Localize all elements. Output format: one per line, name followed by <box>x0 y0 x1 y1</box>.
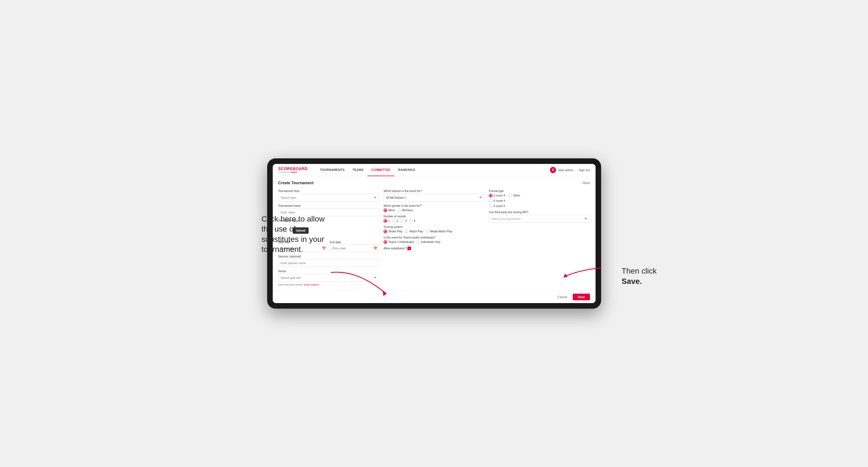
format-6count5-option[interactable]: 6 count 5 <box>489 204 505 208</box>
substitutes-checkbox-item[interactable]: Allow substitutes? ✓ <box>383 247 485 250</box>
format-other-radio[interactable] <box>508 194 512 197</box>
format-6count5-radio[interactable] <box>489 204 493 208</box>
rounds-3-radio[interactable] <box>400 219 404 223</box>
scoring-medal-option[interactable]: Medal Match Play <box>426 229 452 233</box>
host-label: Tournament Host <box>278 189 379 193</box>
scoring-stroke-radio[interactable] <box>383 229 387 233</box>
format-row-2: 6 count 4 <box>489 199 590 203</box>
division-group: Which division is the event for? NCAA Di… <box>383 189 485 201</box>
scoring-match-option[interactable]: Match Play <box>405 229 423 233</box>
rounds-label: Number of rounds <box>383 215 485 218</box>
host-input[interactable] <box>278 194 379 201</box>
substitutes-checkbox[interactable]: ✓ <box>407 247 411 250</box>
form-footer: Cancel Save <box>273 290 595 303</box>
nav-item-rankings[interactable]: RANKINGS <box>394 164 419 176</box>
individuals-label: Individuals Only <box>421 241 440 244</box>
rounds-4-option[interactable]: 4 <box>409 219 415 223</box>
substitutes-label: Allow substitutes? <box>383 247 406 250</box>
teams-option[interactable]: Teams (+Individuals) <box>383 240 414 244</box>
gender-womens-option[interactable]: Womens <box>397 209 413 212</box>
division-label: Which division is the event for? <box>383 189 485 193</box>
scoring-label: Scoring system <box>383 225 485 228</box>
sign-out-link[interactable]: Sign out <box>579 168 590 172</box>
arrow-right <box>559 264 604 282</box>
end-date-label: End date <box>330 241 341 244</box>
rounds-2-option[interactable]: 2 <box>392 219 399 223</box>
scoring-medal-radio[interactable] <box>426 229 429 233</box>
format-row-3: 6 count 5 <box>489 204 590 208</box>
scoring-group: Scoring system Stroke Play Match Play <box>383 225 485 233</box>
format-other-label: Other <box>513 194 520 197</box>
page-header: Create Tournament ‹ Back <box>278 181 590 185</box>
chevron-left-icon: ‹ <box>581 181 582 185</box>
nav-item-tournaments[interactable]: TOURNAMENTS <box>316 164 349 176</box>
cancel-button[interactable]: Cancel <box>555 294 570 300</box>
logo-scoreboard: SCOREBOARD <box>278 166 308 171</box>
end-date-group: End date 📅 <box>330 239 379 252</box>
gender-mens-radio[interactable] <box>383 209 387 212</box>
nav-item-teams[interactable]: TEAMS <box>348 164 367 176</box>
sponsor-group: Sponsor (optional) <box>278 255 379 267</box>
annotation-right: Then click Save. <box>621 266 656 286</box>
page-title: Create Tournament <box>278 181 314 185</box>
rounds-radio-group: 1 2 3 <box>383 219 485 223</box>
rounds-3-option[interactable]: 3 <box>400 219 407 223</box>
logo: SCOREBOARD Powered by clippd <box>278 166 308 174</box>
scoring-stroke-label: Stroke Play <box>388 230 402 233</box>
scoring-service-select[interactable]: Select a scoring service <box>489 215 590 223</box>
back-label: Back <box>583 181 590 185</box>
teams-radio[interactable] <box>383 240 387 244</box>
avatar: B <box>550 167 556 173</box>
rounds-1-radio[interactable] <box>383 219 387 223</box>
scoring-match-label: Match Play <box>409 230 423 233</box>
format-6count4-radio[interactable] <box>489 199 493 203</box>
rounds-3-label: 3 <box>405 219 407 222</box>
teams-label: Teams (+Individuals) <box>388 241 414 244</box>
rounds-4-radio[interactable] <box>409 219 413 223</box>
format-other-option[interactable]: Other <box>508 194 520 197</box>
back-link[interactable]: ‹ Back <box>581 181 590 185</box>
gender-mens-label: Mens <box>388 209 395 212</box>
gender-group: Which gender is the event for? Mens Wome… <box>383 204 485 212</box>
format-6count5-label: 6 count 5 <box>494 205 505 208</box>
rounds-2-radio[interactable] <box>392 219 396 223</box>
format-options: 5 count 4 Other <box>489 194 590 208</box>
pipe: | <box>576 168 576 172</box>
individuals-radio[interactable] <box>416 240 420 244</box>
gender-womens-label: Womens <box>402 209 413 212</box>
format-5count4-label: 5 count 4 <box>494 194 505 197</box>
individuals-option[interactable]: Individuals Only <box>416 240 440 244</box>
save-button[interactable]: Save <box>573 293 590 300</box>
name-label: Tournament name <box>278 204 379 207</box>
format-group: Format type 5 count 4 Other <box>489 189 590 208</box>
end-date-input[interactable] <box>330 244 379 252</box>
gender-mens-option[interactable]: Mens <box>383 209 395 212</box>
scoring-radio-group: Stroke Play Match Play Medal Match Play <box>383 229 485 233</box>
email-support-link[interactable]: email support <box>304 283 319 286</box>
scoring-api-group: Use third-party live scoring API? Select… <box>489 211 590 223</box>
scoring-stroke-option[interactable]: Stroke Play <box>383 229 402 233</box>
rounds-2-label: 2 <box>397 219 399 222</box>
format-row-1: 5 count 4 Other <box>489 194 590 197</box>
gender-womens-radio[interactable] <box>397 209 401 212</box>
nav-user: B blair admin | Sign out <box>550 167 590 173</box>
rounds-1-option[interactable]: 1 <box>383 219 390 223</box>
nav-item-committee[interactable]: COMMITTEE <box>367 164 394 176</box>
scoring-match-radio[interactable] <box>405 229 408 233</box>
event-type-label: Is this event for Teams and/or Individua… <box>383 236 485 239</box>
sponsor-input[interactable] <box>278 259 379 267</box>
division-select[interactable]: NCAA Division I <box>383 194 485 201</box>
svg-marker-0 <box>383 290 387 296</box>
rounds-group: Number of rounds 1 2 <box>383 215 485 223</box>
rounds-4-label: 4 <box>414 219 415 222</box>
scoring-medal-label: Medal Match Play <box>430 230 452 233</box>
gender-label: Which gender is the event for? <box>383 204 485 207</box>
format-5count4-option[interactable]: 5 count 4 <box>489 194 505 197</box>
substitutes-group: Allow substitutes? ✓ <box>383 247 485 250</box>
format-5count4-radio[interactable] <box>489 194 493 197</box>
end-date-wrapper: 📅 <box>330 244 379 252</box>
format-6count4-option[interactable]: 6 count 4 <box>489 199 505 203</box>
user-name: blair admin <box>558 168 573 172</box>
event-type-group: Is this event for Teams and/or Individua… <box>383 236 485 244</box>
sponsor-label: Sponsor (optional) <box>278 255 379 258</box>
